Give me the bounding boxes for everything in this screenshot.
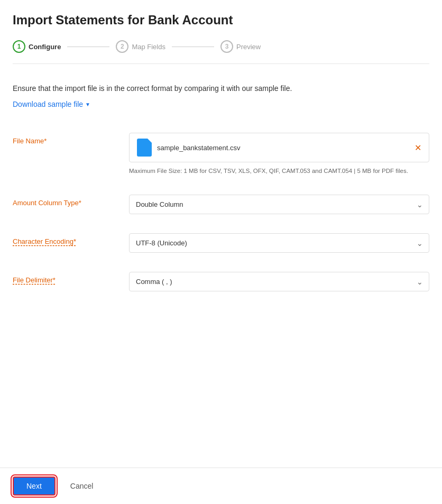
character-encoding-row: Character Encoding* UTF-8 (Unicode) ISO-… [13,224,429,262]
step-3: 3 Preview [220,40,261,53]
page-title: Import Statements for Bank Account [13,13,429,28]
step-2: 2 Map Fields [116,40,165,53]
step-1-label: Configure [29,43,61,51]
step-2-circle: 2 [116,40,128,53]
step-line-2 [172,47,214,47]
next-button[interactable]: Next [13,476,56,496]
file-delimiter-control: Comma ( , ) Tab Semicolon ( ; ) ⌄ [129,272,429,291]
step-line-1 [67,47,109,47]
download-arrow-icon: ▼ [85,102,90,107]
info-text: Ensure that the import file is in the co… [13,83,429,94]
character-encoding-select[interactable]: UTF-8 (Unicode) ISO-8859-1 UTF-16 [129,233,429,253]
amount-column-type-label: Amount Column Type* [13,195,118,207]
step-1-circle: 1 [13,40,25,53]
stepper: 1 Configure 2 Map Fields 3 Preview [13,40,429,64]
file-icon [137,139,152,157]
file-remove-button[interactable]: ✕ [415,143,421,153]
form-section: File Name* sample_bankstatement.csv ✕ Ma… [13,123,429,301]
step-1: 1 Configure [13,40,61,53]
file-upload-box[interactable]: sample_bankstatement.csv ✕ [129,133,429,162]
file-name-row: File Name* sample_bankstatement.csv ✕ Ma… [13,123,429,185]
cancel-button[interactable]: Cancel [62,478,102,494]
file-name-label: File Name* [13,133,118,145]
file-delimiter-label: File Delimiter* [13,272,118,284]
footer: Next Cancel [0,468,442,504]
file-delimiter-wrapper: Comma ( , ) Tab Semicolon ( ; ) ⌄ [129,272,429,291]
file-delimiter-select[interactable]: Comma ( , ) Tab Semicolon ( ; ) [129,272,429,291]
file-name-control: sample_bankstatement.csv ✕ Maximum File … [129,133,429,176]
amount-column-type-wrapper: Double Column Single Column ⌄ [129,195,429,214]
step-3-circle: 3 [220,40,233,53]
character-encoding-label: Character Encoding* [13,233,118,245]
step-3-label: Preview [236,43,261,51]
file-delimiter-row: File Delimiter* Comma ( , ) Tab Semicolo… [13,262,429,301]
file-hint: Maximum File Size: 1 MB for CSV, TSV, XL… [129,167,429,176]
download-sample-link[interactable]: Download sample file ▼ [13,100,90,108]
step-2-label: Map Fields [132,43,165,51]
amount-column-type-select[interactable]: Double Column Single Column [129,195,429,214]
file-name-value: sample_bankstatement.csv [157,144,409,152]
character-encoding-control: UTF-8 (Unicode) ISO-8859-1 UTF-16 ⌄ [129,233,429,253]
amount-column-type-row: Amount Column Type* Double Column Single… [13,185,429,224]
character-encoding-wrapper: UTF-8 (Unicode) ISO-8859-1 UTF-16 ⌄ [129,233,429,253]
amount-column-type-control: Double Column Single Column ⌄ [129,195,429,214]
download-link-label: Download sample file [13,100,83,108]
